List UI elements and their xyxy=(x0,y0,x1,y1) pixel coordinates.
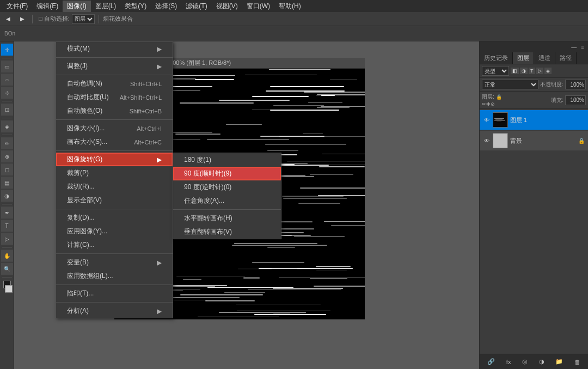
menu-item-auto-color[interactable]: 自动颜色(O) Shift+Ctrl+B xyxy=(56,104,173,118)
panel-panel-btn[interactable]: ≡ xyxy=(579,44,586,51)
blend-mode-select[interactable]: 正常 xyxy=(482,80,538,89)
tool-eyedropper[interactable]: ◈ xyxy=(1,120,13,132)
menu-item-apply-image[interactable]: 应用图像(Y)... xyxy=(56,225,173,238)
tool-lasso[interactable]: ⌓ xyxy=(1,74,13,86)
adjustment-btn[interactable]: ◑ xyxy=(537,357,547,366)
filter-adj-icon[interactable]: ◑ xyxy=(520,68,528,74)
filter-shape-icon[interactable]: ▷ xyxy=(536,68,543,74)
menu-edit[interactable]: 编辑(E) xyxy=(32,1,63,12)
tool-hand[interactable]: ✋ xyxy=(1,250,13,262)
options-hint: BOn xyxy=(4,31,15,37)
sep-5 xyxy=(56,209,173,209)
auto-select-dropdown[interactable]: 图层 xyxy=(72,14,95,24)
sep-3 xyxy=(56,119,173,120)
fx-btn[interactable]: fx xyxy=(504,358,513,366)
menu-file[interactable]: 文件(F) xyxy=(2,1,32,12)
sep-1 xyxy=(56,57,173,58)
menu-item-mode[interactable]: 模式(M) ▶ xyxy=(56,42,173,56)
menu-item-auto-tone[interactable]: 自动色调(N) Shift+Ctrl+L xyxy=(56,77,173,90)
menu-image[interactable]: 图像(I) xyxy=(63,1,90,12)
tool-brush[interactable]: ✏ xyxy=(1,137,13,149)
sep-7 xyxy=(56,285,173,285)
tool-dodge[interactable]: ◑ xyxy=(1,190,13,202)
fill-row: 图层: 🔒✏✚⊘ 填充: xyxy=(480,92,588,109)
menu-item-duplicate[interactable]: 复制(D)... xyxy=(56,211,173,225)
layer-item-1[interactable]: 👁 图层 1 xyxy=(480,110,588,130)
background-color[interactable] xyxy=(5,285,13,293)
menu-item-adjust[interactable]: 调整(J) ▶ xyxy=(56,59,173,73)
filter-smart-icon[interactable]: ◈ xyxy=(544,68,552,74)
sep-4 xyxy=(56,150,173,151)
tab-history[interactable]: 历史记录 xyxy=(480,52,513,64)
menu-layer[interactable]: 图层(L) xyxy=(91,1,121,12)
folder-btn[interactable]: 📁 xyxy=(553,357,565,366)
layers-list: 👁 图层 1 👁 背景 🔒 xyxy=(480,109,588,354)
tool-text[interactable]: T xyxy=(1,220,13,232)
toolbar-sep-1 xyxy=(32,15,33,23)
eye-icon-bg[interactable]: 👁 xyxy=(483,137,491,144)
filter-type-select[interactable]: 类型 xyxy=(482,66,509,76)
panel-tabs-bar: — ≡ xyxy=(480,41,588,52)
panel-collapse-btn[interactable]: — xyxy=(569,44,578,51)
menu-select[interactable]: 选择(S) xyxy=(151,1,181,12)
tool-pen[interactable]: ✒ xyxy=(1,207,13,219)
tab-channels[interactable]: 通道 xyxy=(534,52,555,64)
menu-item-auto-contrast[interactable]: 自动对比度(U) Alt+Shift+Ctrl+L xyxy=(56,90,173,104)
filter-text-icon[interactable]: T xyxy=(529,68,535,74)
back-btn[interactable]: ◀ xyxy=(2,14,14,25)
fill-label: 图层: 🔒✏✚⊘ xyxy=(482,93,514,107)
menu-item-analysis[interactable]: 分析(A) ▶ xyxy=(56,304,173,318)
menu-view[interactable]: 视图(V) xyxy=(212,1,242,12)
layer-thumb-bg xyxy=(493,133,508,148)
tool-marquee[interactable]: ▭ xyxy=(1,61,13,72)
rotate-arbitrary[interactable]: 任意角度(A)... xyxy=(173,194,281,208)
tool-move[interactable]: ✛ xyxy=(1,44,13,56)
menu-filter[interactable]: 滤镜(T) xyxy=(181,1,211,12)
tool-sep-6 xyxy=(2,247,12,247)
menu-window[interactable]: 窗口(W) xyxy=(242,1,274,12)
link-btn[interactable]: 🔗 xyxy=(485,357,497,366)
tool-stamp[interactable]: ⊕ xyxy=(1,150,13,162)
filter-pixel-icon[interactable]: ◧ xyxy=(511,68,519,74)
arrow-icon-2: ▶ xyxy=(157,63,162,70)
delete-btn[interactable]: 🗑 xyxy=(572,358,583,366)
tool-shape[interactable]: ▷ xyxy=(1,233,13,245)
menu-item-image-size[interactable]: 图像大小(I)... Alt+Ctrl+I xyxy=(56,122,173,135)
rotate-90cw[interactable]: 90 度(顺时针)(9) xyxy=(173,167,281,180)
menu-item-variables[interactable]: 变量(B) ▶ xyxy=(56,256,173,269)
menu-item-rotate[interactable]: 图像旋转(G) ▶ 180 度(1) 90 度(顺时针)(9) 90 度(逆时针… xyxy=(56,153,173,166)
menu-item-apply-data[interactable]: 应用数据组(L)... xyxy=(56,269,173,283)
arrow-icon-rotate: ▶ xyxy=(157,156,162,164)
tool-sep-5 xyxy=(2,204,12,204)
menu-item-trap[interactable]: 陷印(T)... xyxy=(56,287,173,300)
menu-item-crop[interactable]: 裁剪(P) xyxy=(56,166,173,180)
menu-item-trim[interactable]: 裁切(R)... xyxy=(56,180,173,193)
flip-vertical[interactable]: 垂直翻转画布(V) xyxy=(173,225,281,239)
rotate-90ccw[interactable]: 90 度(逆时针)(0) xyxy=(173,180,281,194)
layers-search-bar: 类型 ◧ ◑ T ▷ ◈ xyxy=(480,64,588,78)
opacity-input[interactable] xyxy=(565,80,586,89)
tool-zoom[interactable]: 🔍 xyxy=(1,263,13,275)
tool-gradient[interactable]: ▤ xyxy=(1,177,13,189)
eye-icon-1[interactable]: 👁 xyxy=(483,116,491,124)
tool-crop[interactable]: ⊡ xyxy=(1,104,13,116)
menu-type[interactable]: 类型(Y) xyxy=(120,1,151,12)
forward-btn[interactable]: ▶ xyxy=(16,14,28,25)
menu-item-calculate[interactable]: 计算(C)... xyxy=(56,238,173,252)
tab-paths[interactable]: 路径 xyxy=(555,52,577,64)
image-menu-dropdown: 模式(M) ▶ 调整(J) ▶ 自动色调(N) Shift+Ctrl+L 自动对… xyxy=(56,41,173,318)
mask-btn[interactable]: ◎ xyxy=(520,357,530,366)
tool-wand[interactable]: ⊹ xyxy=(1,87,13,99)
options-bar-text: 烟花效果合 xyxy=(103,15,133,23)
flip-horizontal[interactable]: 水平翻转画布(H) xyxy=(173,211,281,225)
menu-item-reveal-all[interactable]: 显示全部(V) xyxy=(56,193,173,207)
fill-input[interactable] xyxy=(565,95,586,105)
tab-layers[interactable]: 图层 xyxy=(513,52,534,64)
menu-help[interactable]: 帮助(H) xyxy=(274,1,305,12)
tool-eraser[interactable]: ◻ xyxy=(1,164,13,176)
main-layout: ✛ ▭ ⌓ ⊹ ⊡ ◈ ✏ ⊕ ◻ ▤ ◑ ✒ T ▷ ✋ 🔍 模式(M) ▶ xyxy=(0,41,588,369)
rotate-180[interactable]: 180 度(1) xyxy=(173,153,281,167)
layer-item-bg[interactable]: 👁 背景 🔒 xyxy=(480,131,588,150)
toolbar: ◀ ▶ □ 自动选择: 图层 烟花效果合 xyxy=(0,12,588,26)
menu-item-canvas-size[interactable]: 画布大小(S)... Alt+Ctrl+C xyxy=(56,135,173,149)
